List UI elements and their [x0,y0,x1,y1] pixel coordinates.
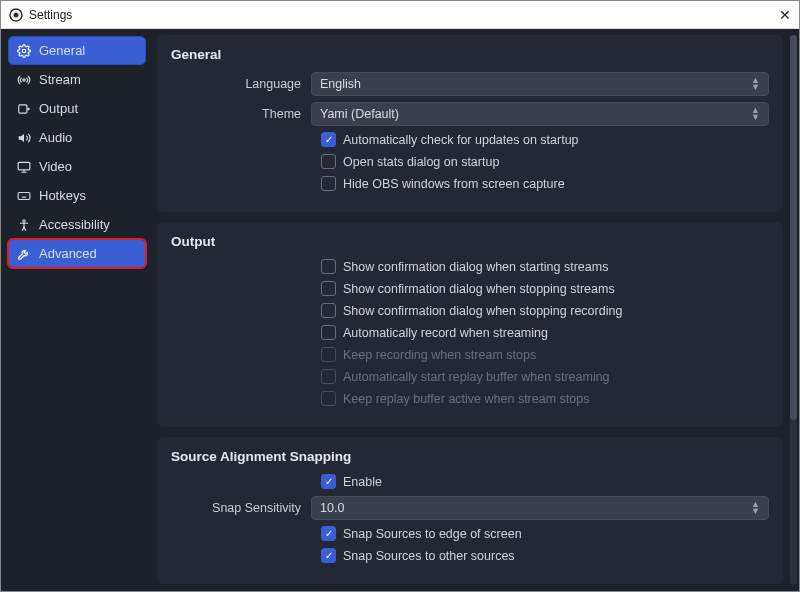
sidebar-item-output[interactable]: Output [9,95,145,122]
snap-sensitivity-value: 10.0 [320,501,344,515]
section-title: Output [171,234,769,249]
scrollbar-track[interactable] [790,35,797,585]
svg-rect-5 [18,162,30,170]
checkbox-label: Hide OBS windows from screen capture [343,177,565,191]
main-content: General Language English ▲▼ Theme Yami (… [153,29,799,591]
checkbox-auto-replay-buffer: Automatically start replay buffer when s… [171,369,769,384]
theme-select[interactable]: Yami (Default) ▲▼ [311,102,769,126]
language-select[interactable]: English ▲▼ [311,72,769,96]
checkbox-label: Show confirmation dialog when stopping s… [343,282,615,296]
checkbox-icon [321,391,336,406]
theme-value: Yami (Default) [320,107,399,121]
monitor-icon [17,160,31,174]
sidebar-item-label: Advanced [39,246,97,261]
svg-rect-4 [19,104,27,112]
sidebar-item-label: Stream [39,72,81,87]
sidebar-item-stream[interactable]: Stream [9,66,145,93]
checkbox-confirm-start-stream[interactable]: Show confirmation dialog when starting s… [171,259,769,274]
checkbox-confirm-stop-stream[interactable]: Show confirmation dialog when stopping s… [171,281,769,296]
checkbox-icon: ✓ [321,474,336,489]
svg-point-2 [22,49,26,53]
checkbox-icon: ✓ [321,132,336,147]
tools-icon [17,247,31,261]
theme-label: Theme [171,107,311,121]
checkbox-hide-obs[interactable]: Hide OBS windows from screen capture [171,176,769,191]
checkbox-label: Show confirmation dialog when stopping r… [343,304,622,318]
svg-point-1 [14,12,19,17]
checkbox-icon [321,176,336,191]
checkbox-icon [321,259,336,274]
language-label: Language [171,77,311,91]
checkbox-label: Show confirmation dialog when starting s… [343,260,608,274]
checkbox-label: Keep replay buffer active when stream st… [343,392,589,406]
checkbox-label: Keep recording when stream stops [343,348,536,362]
checkbox-label: Automatically record when streaming [343,326,548,340]
sidebar: General Stream Output Audio Video Hotkey… [1,29,153,591]
checkbox-label: Snap Sources to other sources [343,549,515,563]
svg-point-3 [23,78,25,80]
sidebar-item-video[interactable]: Video [9,153,145,180]
checkbox-icon [321,303,336,318]
sidebar-item-label: General [39,43,85,58]
sidebar-item-general[interactable]: General [9,37,145,64]
svg-rect-6 [18,192,30,199]
checkbox-icon [321,325,336,340]
checkbox-auto-record[interactable]: Automatically record when streaming [171,325,769,340]
snap-sensitivity-label: Snap Sensitivity [171,501,311,515]
app-icon [9,8,23,22]
window-title: Settings [29,8,72,22]
titlebar: Settings ✕ [1,1,799,29]
speaker-icon [17,131,31,145]
gear-icon [17,44,31,58]
sidebar-item-hotkeys[interactable]: Hotkeys [9,182,145,209]
checkbox-snap-edge[interactable]: ✓ Snap Sources to edge of screen [171,526,769,541]
checkbox-icon [321,347,336,362]
checkbox-label: Enable [343,475,382,489]
language-value: English [320,77,361,91]
stepper-updown-icon: ▲▼ [751,501,760,515]
antenna-icon [17,73,31,87]
checkbox-confirm-stop-recording[interactable]: Show confirmation dialog when stopping r… [171,303,769,318]
sidebar-item-label: Accessibility [39,217,110,232]
checkbox-open-stats[interactable]: Open stats dialog on startup [171,154,769,169]
keyboard-icon [17,189,31,203]
checkbox-snap-other[interactable]: ✓ Snap Sources to other sources [171,548,769,563]
chevron-updown-icon: ▲▼ [751,107,760,121]
snap-sensitivity-input[interactable]: 10.0 ▲▼ [311,496,769,520]
checkbox-keep-replay-buffer: Keep replay buffer active when stream st… [171,391,769,406]
checkbox-label: Automatically start replay buffer when s… [343,370,610,384]
checkbox-icon: ✓ [321,548,336,563]
close-button[interactable]: ✕ [759,7,791,23]
scrollbar-thumb[interactable] [790,35,797,420]
checkbox-label: Automatically check for updates on start… [343,133,579,147]
sidebar-item-accessibility[interactable]: Accessibility [9,211,145,238]
sidebar-item-label: Hotkeys [39,188,86,203]
checkbox-auto-update[interactable]: ✓ Automatically check for updates on sta… [171,132,769,147]
checkbox-icon: ✓ [321,526,336,541]
section-general: General Language English ▲▼ Theme Yami (… [157,35,783,212]
section-snapping: Source Alignment Snapping ✓ Enable Snap … [157,437,783,584]
output-icon [17,102,31,116]
checkbox-label: Snap Sources to edge of screen [343,527,522,541]
section-output: Output Show confirmation dialog when sta… [157,222,783,427]
sidebar-item-label: Output [39,101,78,116]
sidebar-item-label: Audio [39,130,72,145]
section-title: General [171,47,769,62]
checkbox-icon [321,281,336,296]
svg-point-7 [23,219,25,221]
accessibility-icon [17,218,31,232]
section-title: Source Alignment Snapping [171,449,769,464]
checkbox-label: Open stats dialog on startup [343,155,499,169]
checkbox-keep-recording: Keep recording when stream stops [171,347,769,362]
checkbox-icon [321,369,336,384]
checkbox-snapping-enable[interactable]: ✓ Enable [171,474,769,489]
checkbox-icon [321,154,336,169]
chevron-updown-icon: ▲▼ [751,77,760,91]
sidebar-item-advanced[interactable]: Advanced [9,240,145,267]
settings-window: Settings ✕ General Stream Output Audio [0,0,800,592]
sidebar-item-audio[interactable]: Audio [9,124,145,151]
sidebar-item-label: Video [39,159,72,174]
